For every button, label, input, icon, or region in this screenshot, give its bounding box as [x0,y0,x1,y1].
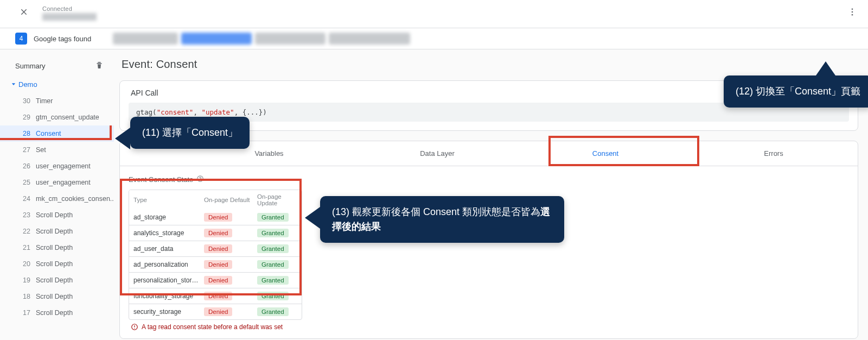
event-label: Scroll Depth [36,211,73,219]
cell-default: Denied [204,276,254,285]
cell-update: Granted [257,276,297,285]
table-row: personalization_storageDeniedGranted [129,272,302,288]
event-label: Scroll Depth [36,244,73,251]
table-header-row: Type On-page Default On-page Update [129,190,302,210]
status-badge: Granted [257,260,289,269]
sidebar: Summary Demo 30Timer29gtm_consent_update… [0,49,114,339]
delete-icon[interactable] [94,60,104,72]
tag-pill-redacted[interactable] [255,33,326,45]
sidebar-event[interactable]: 26user_engagement [0,158,114,174]
sidebar-event[interactable]: 29gtm_consent_update [0,109,114,125]
event-label: Timer [36,97,53,105]
event-number: 27 [23,146,33,154]
status-badge: Granted [257,276,289,285]
help-icon[interactable] [196,175,204,184]
sidebar-event[interactable]: 30Timer [0,93,114,109]
tab-consent[interactable]: Consent [521,141,690,166]
cell-default: Denied [204,260,254,269]
table-row: analytics_storageDeniedGranted [129,225,302,241]
tag-pill-redacted[interactable] [181,33,252,45]
event-number: 18 [23,293,33,300]
sidebar-event[interactable]: 25user_engagement [0,174,114,191]
sidebar-event[interactable]: 18Scroll Depth [0,288,114,305]
event-number: 19 [23,276,33,284]
close-button[interactable] [15,3,33,22]
svg-point-4 [852,14,853,16]
connection-status: Connected [42,5,97,12]
status-badge: Denied [204,292,232,300]
event-number: 29 [23,114,33,121]
event-label: Scroll Depth [36,309,73,317]
more-vert-icon [847,7,857,17]
group-label: Demo [18,80,37,89]
event-label: Scroll Depth [36,293,73,300]
status-badge: Denied [204,307,232,316]
more-menu-button[interactable] [847,7,857,18]
status-badge: Denied [204,213,232,222]
status-badge: Granted [257,213,289,222]
event-label: mk_cm_cookies_consen... [36,195,114,203]
svg-point-6 [200,180,201,180]
event-number: 22 [23,228,33,235]
consent-warning: A tag read consent state before a defaul… [131,323,858,331]
svg-point-2 [852,8,853,10]
event-label: user_engagement [36,162,91,170]
event-label: Scroll Depth [36,276,73,284]
cell-type: ad_storage [133,213,201,221]
sidebar-event[interactable]: 17Scroll Depth [0,305,114,321]
api-call-code: gtag("consent", "update", {...}) [129,103,849,122]
cell-update: Granted [257,244,297,253]
close-icon [20,8,28,16]
sidebar-event-list: 30Timer29gtm_consent_update28Consent27Se… [0,93,114,321]
event-label: Scroll Depth [36,228,73,235]
chevron-down-icon [11,80,16,89]
api-call-card: API Call gtag("consent", "update", {...}… [119,80,858,131]
sidebar-event[interactable]: 20Scroll Depth [0,256,114,272]
cell-default: Denied [204,307,254,316]
tabs-row: Tags Variables Data Layer Consent Errors [120,141,858,166]
cell-default: Denied [204,229,254,237]
api-call-title: API Call [120,81,858,103]
connected-url-redacted [42,13,97,21]
cell-update: Granted [257,229,297,237]
cell-type: personalization_storage [133,276,201,284]
cell-type: security_storage [133,308,201,316]
connection-status-block: Connected [42,5,97,21]
tag-pill-redacted[interactable] [113,33,178,45]
cell-default: Denied [204,244,254,253]
event-label: gtm_consent_update [36,114,99,121]
sidebar-group-demo[interactable]: Demo [0,75,114,93]
sidebar-event[interactable]: 27Set [0,142,114,158]
table-row: functionality_storageDeniedGranted [129,288,302,304]
sidebar-event[interactable]: 22Scroll Depth [0,223,114,240]
summary-label: Summary [15,62,46,70]
event-number: 28 [23,130,33,137]
tab-datalayer[interactable]: Data Layer [353,141,521,166]
sidebar-summary-row[interactable]: Summary [0,57,114,75]
event-number: 25 [23,179,33,186]
cell-update: Granted [257,307,297,316]
sidebar-event[interactable]: 24mk_cm_cookies_consen... [0,191,114,207]
sidebar-event[interactable]: 28Consent [0,125,114,142]
content-area: Event: Consent API Call gtag("consent", … [114,49,868,339]
event-label: user_engagement [36,179,91,186]
tab-errors[interactable]: Errors [690,141,858,166]
event-number: 20 [23,260,33,268]
page-title: Event: Consent [122,58,858,71]
event-number: 30 [23,97,33,105]
svg-point-9 [134,328,135,329]
sidebar-event[interactable]: 21Scroll Depth [0,240,114,256]
status-badge: Denied [204,244,232,253]
tab-variables[interactable]: Variables [185,141,353,166]
tags-bar: 4 Google tags found [0,28,868,49]
tag-pill-redacted[interactable] [329,33,410,45]
status-badge: Granted [257,307,289,316]
event-label: Scroll Depth [36,260,73,268]
th-default: On-page Default [204,197,254,203]
top-bar: Connected [0,0,868,28]
event-number: 24 [23,195,33,203]
sidebar-event[interactable]: 23Scroll Depth [0,207,114,223]
cell-update: Granted [257,292,297,300]
sidebar-event[interactable]: 19Scroll Depth [0,272,114,288]
th-type: Type [133,197,201,203]
